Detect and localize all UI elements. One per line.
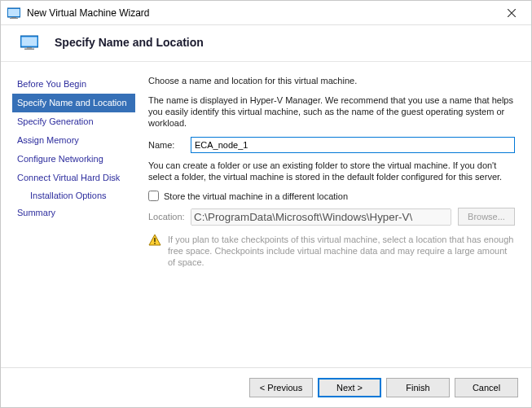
close-button[interactable]: [495, 2, 528, 24]
svg-rect-9: [154, 243, 156, 244]
svg-rect-6: [27, 47, 32, 49]
location-label: Location:: [148, 212, 191, 222]
svg-rect-8: [154, 238, 156, 242]
window-title: New Virtual Machine Wizard: [27, 7, 495, 19]
wizard-nav: Before You Begin Specify Name and Locati…: [1, 75, 135, 367]
svg-rect-3: [10, 18, 18, 19]
svg-rect-5: [22, 37, 37, 46]
wizard-window: New Virtual Machine Wizard Specify Name …: [0, 0, 532, 408]
folder-desc: You can create a folder or use an existi…: [148, 160, 515, 182]
store-different-location-checkbox[interactable]: [148, 191, 159, 201]
name-label: Name:: [148, 140, 191, 150]
nav-configure-networking[interactable]: Configure Networking: [12, 150, 135, 169]
app-icon: [7, 7, 20, 20]
titlebar: New Virtual Machine Wizard: [1, 1, 531, 25]
nav-specify-generation[interactable]: Specify Generation: [12, 112, 135, 131]
page-heading: Specify Name and Location: [55, 36, 204, 49]
warning-text: If you plan to take checkpoints of this …: [168, 234, 515, 268]
wizard-content: Choose a name and location for this virt…: [135, 75, 531, 367]
svg-rect-1: [8, 9, 20, 16]
nav-assign-memory[interactable]: Assign Memory: [12, 131, 135, 150]
wizard-header: Specify Name and Location: [1, 25, 531, 62]
nav-before-you-begin[interactable]: Before You Begin: [12, 75, 135, 94]
wizard-footer: < Previous Next > Finish Cancel: [1, 367, 531, 407]
nav-connect-vhd[interactable]: Connect Virtual Hard Disk: [12, 169, 135, 187]
previous-button[interactable]: < Previous: [249, 378, 313, 397]
location-input: [191, 208, 451, 226]
nav-specify-name-location[interactable]: Specify Name and Location: [12, 94, 135, 112]
warning-icon: [148, 234, 161, 247]
store-different-location-label: Store the virtual machine in a different…: [164, 191, 348, 201]
name-input[interactable]: [191, 137, 515, 153]
browse-button: Browse...: [458, 208, 515, 226]
vm-icon: [20, 35, 38, 50]
nav-installation-options[interactable]: Installation Options: [12, 187, 135, 204]
desc-text: The name is displayed in Hyper-V Manager…: [148, 94, 515, 129]
intro-text: Choose a name and location for this virt…: [148, 75, 515, 86]
next-button[interactable]: Next >: [318, 378, 381, 397]
cancel-button[interactable]: Cancel: [455, 378, 518, 397]
wizard-body: Before You Begin Specify Name and Locati…: [1, 62, 531, 367]
finish-button[interactable]: Finish: [386, 378, 450, 397]
svg-rect-7: [24, 49, 34, 50]
nav-summary[interactable]: Summary: [12, 204, 135, 222]
svg-rect-2: [11, 17, 16, 18]
